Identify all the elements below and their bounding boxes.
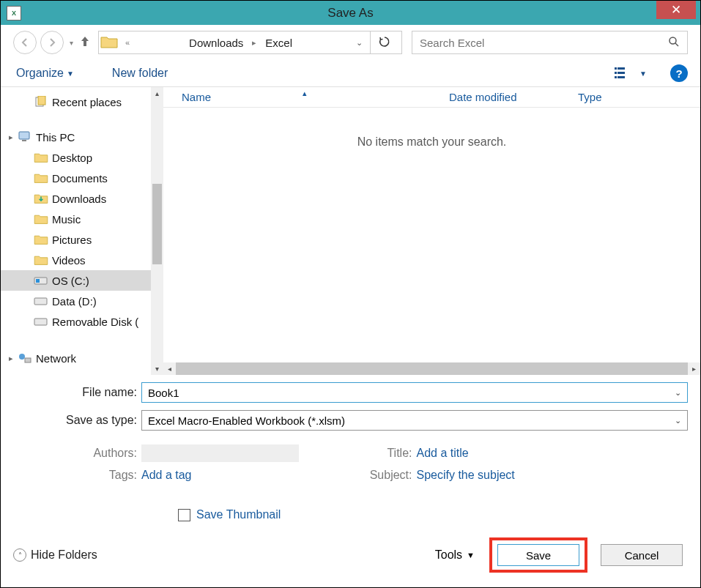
search-input[interactable]: [420, 37, 668, 49]
save-thumbnail-label[interactable]: Save Thumbnail: [196, 508, 281, 521]
savetype-dropdown[interactable]: Excel Macro-Enabled Workbook (*.xlsm)⌄: [141, 410, 688, 431]
computer-icon: [17, 130, 33, 144]
chevron-down-icon[interactable]: ⌄: [675, 388, 681, 398]
title-bar: X Save As ✕: [1, 1, 700, 25]
tree-os-c[interactable]: OS (C:): [1, 270, 163, 291]
close-button[interactable]: ✕: [656, 1, 696, 19]
svg-rect-15: [34, 319, 47, 325]
tree-desktop[interactable]: Desktop: [1, 147, 163, 168]
forward-button[interactable]: [40, 31, 64, 54]
save-thumbnail-checkbox[interactable]: [178, 509, 190, 521]
arrow-up-icon: [79, 34, 91, 48]
tree-this-pc[interactable]: ▸ This PC: [1, 127, 163, 147]
subject-field[interactable]: Specify the subject: [417, 469, 515, 482]
scroll-up-button[interactable]: ▴: [151, 87, 163, 100]
address-dropdown[interactable]: ⌄: [349, 38, 370, 48]
scroll-down-button[interactable]: ▾: [151, 362, 163, 375]
drive-icon: [33, 294, 49, 308]
hide-folders-button[interactable]: ˄ Hide Folders: [13, 548, 97, 562]
svg-rect-9: [38, 96, 45, 105]
svg-rect-6: [615, 76, 617, 78]
breadcrumb-excel[interactable]: Excel: [259, 34, 298, 52]
save-form: File name: Book1⌄ Save as type: Excel Ma…: [1, 375, 700, 521]
tree-documents[interactable]: Documents: [1, 168, 163, 188]
chevron-down-icon: ▼: [639, 70, 647, 78]
column-date-modified[interactable]: Date modified: [449, 91, 578, 103]
file-list-pane: Name▴ Date modified Type No items match …: [163, 87, 700, 375]
nav-tree: Recent places ▸ This PC Desktop Document…: [1, 87, 163, 375]
collapse-icon: ˄: [13, 548, 26, 562]
svg-rect-17: [25, 358, 31, 362]
tree-downloads[interactable]: Downloads: [1, 188, 163, 209]
drive-icon: [33, 315, 49, 328]
scroll-left-button[interactable]: ◂: [163, 362, 176, 375]
svg-line-1: [675, 43, 678, 46]
window-title: Save As: [1, 6, 700, 21]
authors-field[interactable]: [141, 444, 299, 462]
tree-data-d[interactable]: Data (D:): [1, 291, 163, 311]
refresh-button[interactable]: [371, 36, 398, 50]
help-button[interactable]: ?: [670, 64, 688, 82]
history-dropdown[interactable]: ▾: [70, 39, 73, 47]
new-folder-button[interactable]: New folder: [109, 64, 171, 83]
title-label: Title:: [351, 447, 417, 460]
svg-rect-7: [617, 76, 625, 78]
expand-caret-icon[interactable]: ▸: [5, 133, 17, 142]
back-button[interactable]: [13, 31, 37, 54]
tools-dropdown[interactable]: Tools▼: [435, 548, 475, 562]
highlight-annotation: Save: [489, 537, 587, 573]
horizontal-scrollbar[interactable]: ◂ ▸: [163, 362, 700, 375]
tree-network[interactable]: ▸ Network: [1, 348, 163, 368]
svg-rect-10: [19, 132, 29, 139]
search-box[interactable]: [412, 31, 688, 54]
tags-field[interactable]: Add a tag: [141, 469, 192, 482]
svg-rect-14: [34, 298, 47, 305]
hscroll-thumb[interactable]: [176, 362, 688, 375]
tree-music[interactable]: Music: [1, 209, 163, 229]
tree-videos[interactable]: Videos: [1, 250, 163, 270]
svg-rect-3: [617, 67, 625, 70]
authors-label: Authors:: [13, 447, 141, 460]
scroll-right-button[interactable]: ▸: [688, 362, 700, 375]
column-headers: Name▴ Date modified Type: [163, 87, 700, 108]
column-type[interactable]: Type: [578, 91, 700, 103]
arrow-left-icon: [20, 37, 30, 48]
chevron-right-icon[interactable]: ▸: [249, 38, 259, 48]
expand-caret-icon[interactable]: ▸: [5, 354, 17, 363]
refresh-icon: [379, 36, 390, 48]
drive-icon: [33, 274, 49, 287]
svg-rect-5: [617, 72, 625, 74]
sort-indicator-icon: ▴: [303, 89, 307, 98]
tree-pictures[interactable]: Pictures: [1, 229, 163, 250]
tree-removable-disk[interactable]: Removable Disk (: [1, 311, 163, 332]
tree-recent-places[interactable]: Recent places: [1, 92, 163, 112]
address-bar[interactable]: « Downloads ▸ Excel ⌄: [98, 31, 402, 54]
dialog-footer: ˄ Hide Folders Tools▼ Save Cancel: [1, 521, 700, 581]
folder-icon: [33, 253, 49, 267]
scroll-thumb[interactable]: [152, 184, 162, 264]
view-options-button[interactable]: ▼: [615, 66, 647, 81]
filename-label: File name:: [13, 386, 141, 399]
chevron-down-icon[interactable]: ⌄: [675, 416, 681, 425]
folder-icon: [100, 34, 119, 51]
save-button[interactable]: Save: [497, 544, 579, 566]
folder-icon: [33, 233, 49, 246]
title-field[interactable]: Add a title: [417, 447, 469, 460]
sidebar-scrollbar[interactable]: ▴ ▾: [151, 87, 163, 375]
column-name[interactable]: Name▴: [163, 91, 449, 103]
folder-icon: [33, 171, 49, 185]
breadcrumb-downloads[interactable]: Downloads: [183, 34, 249, 52]
filename-input[interactable]: Book1⌄: [141, 382, 688, 403]
svg-rect-11: [22, 140, 26, 141]
search-icon[interactable]: [668, 36, 680, 50]
cancel-button[interactable]: Cancel: [601, 544, 683, 566]
organize-button[interactable]: Organize▼: [13, 64, 77, 83]
breadcrumb-root-chev[interactable]: «: [122, 38, 133, 47]
savetype-label: Save as type:: [13, 414, 141, 427]
svg-rect-13: [36, 279, 40, 283]
svg-point-16: [19, 354, 25, 360]
view-list-icon: [615, 66, 634, 81]
recent-places-icon: [33, 95, 49, 108]
up-button[interactable]: [79, 34, 91, 51]
folder-icon: [33, 212, 49, 226]
